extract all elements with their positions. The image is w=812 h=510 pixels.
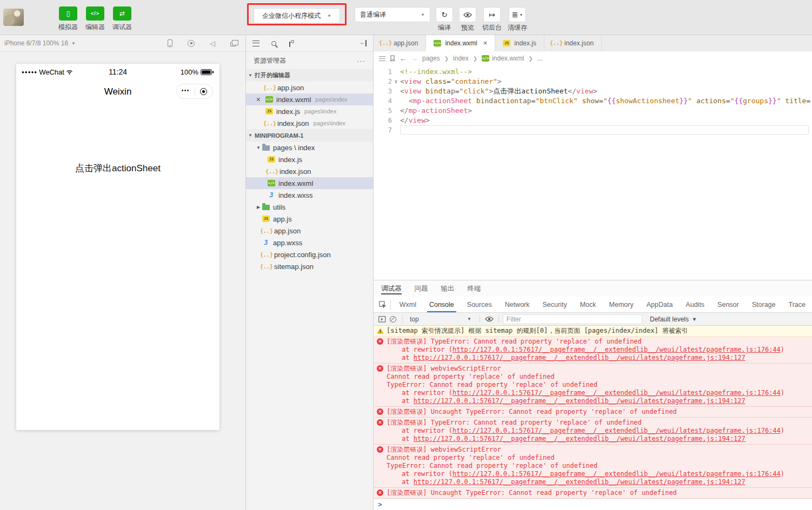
debugger-tab-终端[interactable]: 终端 [468,280,481,297]
debugger-tab-输出[interactable]: 输出 [441,280,455,297]
top-toolbar: ▯模拟器</>编辑器⇄调试器 企业微信小程序模式 ▼ 普通编译 ▼ ↻编译预览↦… [0,0,812,35]
project-section[interactable]: ▼ MINIPROGRAM-1 [246,129,373,142]
stack-trace-link[interactable]: http://127.0.0.1:57617/__pageframe__/__e… [452,427,781,434]
editor-tab-index.wxml[interactable]: </>index.wxml× [426,35,495,51]
actionsheet-trigger-view[interactable]: 点击弹出actionSheet [16,162,219,175]
console-message-text: [渲染层错误] Uncaught TypeError: Cannot read … [387,489,677,496]
forward-icon[interactable]: → [411,55,418,63]
user-avatar[interactable] [3,9,24,26]
open-editor-item[interactable]: {..}app.json [246,82,373,93]
search-icon[interactable] [271,41,276,46]
tree-item[interactable]: JSindex.js [246,153,373,165]
tree-item[interactable]: {..}project.config.json [246,249,373,260]
devtools-tab-mock[interactable]: Mock [574,297,603,312]
device-selector[interactable]: iPhone 6/7/8 100% 16 ▼ [1,39,76,47]
default-levels-dropdown[interactable]: Default levels ▼ [650,316,697,323]
tree-item[interactable]: 3index.wxss [246,189,373,201]
code-line[interactable]: 7 [374,125,812,135]
detach-window-icon[interactable] [230,42,236,46]
execution-context-dropdown[interactable]: top ▼ [407,316,476,323]
devtools-tab-storage[interactable]: Storage [746,297,782,312]
git-branch-icon[interactable] [288,40,294,47]
devtools-tab-wxml[interactable]: Wxml [393,297,423,312]
close-tab-icon[interactable]: × [483,39,488,47]
stack-trace-link[interactable]: http://127.0.0.1:57617/__pageframe__/__e… [414,354,746,361]
collapse-sidebar-icon[interactable] [360,40,367,46]
tree-item[interactable]: JSapp.js [246,213,373,225]
code-line[interactable]: 1<!--index.wxml--> [374,67,812,77]
breadcrumb-item[interactable]: </>index.wxml [482,55,524,62]
list-icon[interactable] [252,41,259,46]
breadcrumb-item[interactable]: index [453,55,469,62]
bookmark-icon[interactable] [390,55,395,62]
tree-item[interactable]: 3app.wxss [246,237,373,249]
devtools-tab-console[interactable]: Console [423,297,461,312]
stack-trace-link[interactable]: http://127.0.0.1:57617/__pageframe__/__e… [414,397,746,405]
devtools-tab-sources[interactable]: Sources [461,297,498,312]
debugger-toggle-button[interactable]: ⇄调试器 [112,6,132,32]
editor-tab-app.json[interactable]: {..}app.json [374,35,426,51]
compile-mode-dropdown[interactable]: 普通编译 ▼ [355,7,430,22]
close-mini-program-button[interactable] [195,88,213,95]
debugger-tab-问题[interactable]: 问题 [415,280,428,297]
tree-item[interactable]: ▼pages \ index [246,142,373,153]
code-line[interactable]: 6</view> [374,116,812,125]
more-button[interactable]: ••• [177,88,195,96]
editor-tab-index.json[interactable]: {..}index.json [544,35,602,51]
outline-icon[interactable] [379,56,385,61]
tree-item[interactable]: ▶utils [246,201,373,213]
console-sidebar-icon[interactable] [377,316,388,323]
file-path: pages\index [315,96,347,103]
open-editor-item[interactable]: ×</>index.wxmlpages\index [246,93,373,105]
tree-item[interactable]: {..}index.json [246,165,373,177]
devtools-tab-trace[interactable]: Trace [782,297,812,312]
code-line[interactable]: 5</mp-actionSheet> [374,106,812,116]
devtools-tab-security[interactable]: Security [536,297,574,312]
devtools-tab-memory[interactable]: Memory [603,297,640,312]
mode-dropdown[interactable]: 企业微信小程序模式 ▼ [254,8,340,23]
devtools-tab-audits[interactable]: Audits [679,297,711,312]
devtools-tab-sensor[interactable]: Sensor [711,297,746,312]
more-actions-icon[interactable]: ··· [357,57,365,65]
breadcrumb-item[interactable]: ... [537,55,543,62]
fold-icon[interactable]: ∨ [392,77,400,86]
json-file-icon: {..} [552,40,561,46]
code-line[interactable]: 4 <mp-actionSheet bindactiontap="btnClic… [374,96,812,106]
open-editors-section[interactable]: ▼ 打开的编辑器 [246,69,373,82]
inspect-element-icon[interactable] [378,297,388,312]
switch-background-button[interactable]: ↦切后台 [482,7,502,32]
editor-toggle-button[interactable]: </>编辑器 [85,6,105,32]
close-icon[interactable]: × [256,95,261,104]
devtools-tab-network[interactable]: Network [498,297,536,312]
console-filter-input[interactable] [507,316,638,323]
open-editor-item[interactable]: JSindex.jspages\index [246,105,373,117]
stack-trace-link[interactable]: http://127.0.0.1:57617/__pageframe__/__e… [452,389,781,397]
stack-trace-link[interactable]: http://127.0.0.1:57617/__pageframe__/__e… [452,346,781,353]
code-line[interactable]: 3<view bindtap="click">点击弹出actionSheet</… [374,86,812,96]
back-icon[interactable]: ← [400,55,407,63]
compile-button[interactable]: ↻编译 [436,7,453,32]
stack-trace-link[interactable]: http://127.0.0.1:57617/__pageframe__/__e… [414,478,746,486]
simulator-toggle-button[interactable]: ▯模拟器 [58,6,78,32]
tree-item[interactable]: </>index.wxml [246,177,373,189]
mute-icon[interactable]: ◁ [210,40,215,47]
clear-cache-button[interactable]: ≣▼清缓存 [508,7,527,32]
editor-tab-index.js[interactable]: JSindex.js [495,35,544,51]
tree-item[interactable]: {..}sitemap.json [246,260,373,272]
code-line[interactable]: 2∨<view class="container"> [374,77,812,86]
clear-console-icon[interactable] [388,316,398,323]
code-area[interactable]: 1<!--index.wxml-->2∨<view class="contain… [374,65,812,135]
preview-button[interactable]: 预览 [459,7,476,32]
record-icon[interactable] [188,40,195,47]
open-editor-item[interactable]: {..}index.jsonpages\index [246,117,373,129]
breadcrumb-item[interactable]: pages [422,55,440,62]
debugger-tab-调试器[interactable]: 调试器 [381,280,402,297]
rotate-device-icon[interactable] [168,39,172,47]
stack-trace-link[interactable]: http://127.0.0.1:57617/__pageframe__/__e… [414,435,746,442]
tree-item[interactable]: {..}app.json [246,225,373,237]
file-name: index.wxss [278,191,313,199]
console-prompt[interactable]: > [374,499,812,509]
devtools-tab-appdata[interactable]: AppData [640,297,680,312]
stack-trace-link[interactable]: http://127.0.0.1:57617/__pageframe__/__e… [452,470,781,478]
eye-icon[interactable] [484,316,495,322]
